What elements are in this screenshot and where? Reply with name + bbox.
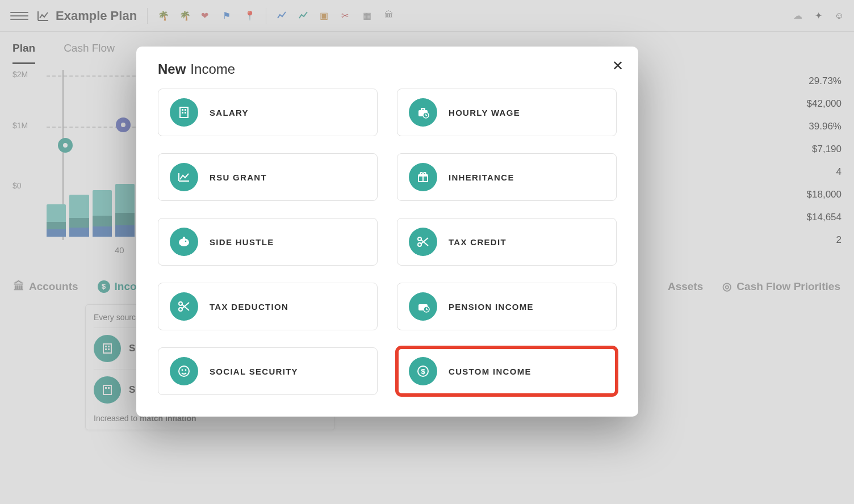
svg-rect-16: [421, 108, 425, 110]
face-smile-icon: [170, 357, 198, 385]
modal-title-rest: Income: [190, 61, 235, 77]
option-label: TAX DEDUCTION: [210, 302, 288, 312]
option-label: INHERITANCE: [449, 173, 514, 182]
piggy-bank-icon: [170, 228, 198, 256]
income-option-social-security[interactable]: SOCIAL SECURITY: [158, 347, 378, 395]
income-option-tax-deduction[interactable]: TAX DEDUCTION: [158, 283, 378, 330]
dollar-circle-icon: $: [409, 357, 437, 385]
income-option-custom-income[interactable]: $CUSTOM INCOME: [397, 347, 617, 395]
new-income-modal: NewIncome ✕ SALARYHOURLY WAGERSU GRANTIN…: [136, 47, 638, 417]
svg-point-31: [185, 369, 187, 371]
income-option-hourly-wage[interactable]: HOURLY WAGE: [397, 89, 617, 136]
option-label: SALARY: [210, 108, 249, 117]
income-option-salary[interactable]: SALARY: [158, 89, 378, 136]
option-label: TAX CREDIT: [449, 237, 506, 247]
svg-rect-10: [180, 107, 188, 117]
svg-rect-12: [185, 109, 186, 111]
svg-point-22: [183, 237, 185, 239]
building-icon: [170, 98, 198, 127]
svg-point-21: [185, 241, 187, 242]
modal-title: NewIncome: [158, 61, 617, 77]
option-label: HOURLY WAGE: [449, 108, 520, 117]
modal-title-bold: New: [158, 61, 186, 77]
svg-rect-13: [182, 112, 183, 114]
chart-line-icon: [170, 163, 198, 191]
scissors-paper-icon: [170, 292, 198, 321]
income-option-pension-income[interactable]: PENSION INCOME: [397, 283, 617, 330]
modal-close-button[interactable]: ✕: [612, 58, 623, 74]
option-label: CUSTOM INCOME: [449, 367, 531, 376]
income-option-side-hustle[interactable]: SIDE HUSTLE: [158, 218, 378, 266]
gift-icon: [409, 163, 437, 191]
svg-point-29: [179, 366, 189, 376]
svg-rect-11: [182, 109, 183, 111]
income-option-inheritance[interactable]: INHERITANCE: [397, 153, 617, 201]
option-label: SOCIAL SECURITY: [210, 367, 298, 376]
income-option-tax-credit[interactable]: TAX CREDIT: [397, 218, 617, 266]
option-label: RSU GRANT: [210, 173, 267, 182]
option-label: PENSION INCOME: [449, 302, 534, 312]
svg-rect-14: [185, 112, 186, 114]
svg-point-20: [179, 238, 189, 246]
svg-text:$: $: [421, 367, 425, 376]
income-type-grid: SALARYHOURLY WAGERSU GRANTINHERITANCESID…: [158, 89, 617, 395]
clock-briefcase-icon: [409, 98, 437, 127]
scissors-receipt-icon: [409, 228, 437, 256]
option-label: SIDE HUSTLE: [210, 237, 274, 247]
income-option-rsu-grant[interactable]: RSU GRANT: [158, 153, 378, 201]
briefcase-clock-icon: [409, 292, 437, 321]
svg-point-30: [182, 369, 183, 371]
